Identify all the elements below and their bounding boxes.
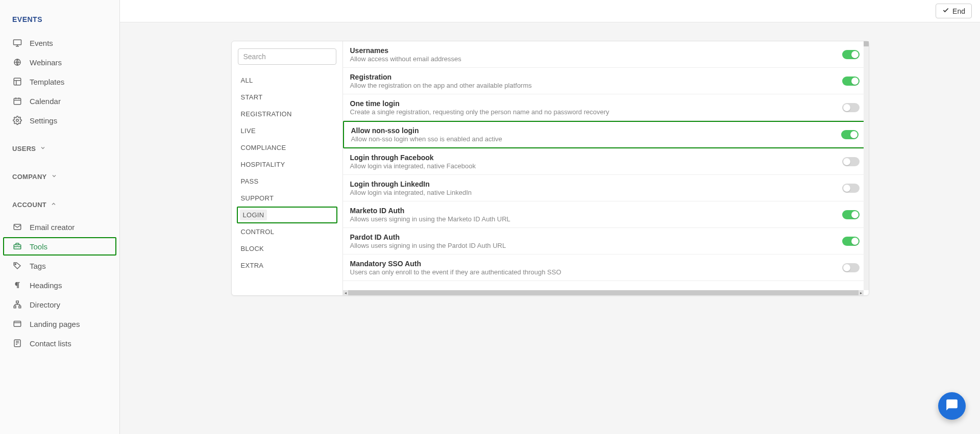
section-company[interactable]: COMPANY: [0, 168, 119, 186]
nav-item-label: Templates: [30, 78, 64, 86]
toggle-switch[interactable]: [842, 103, 860, 112]
setting-title: Pardot ID Auth: [350, 233, 832, 241]
category-live[interactable]: LIVE: [238, 122, 336, 139]
chat-bubble-button[interactable]: [938, 392, 966, 420]
nav-item-webinars[interactable]: Webinars: [0, 53, 119, 71]
nav-item-label: Webinars: [30, 58, 62, 67]
category-start[interactable]: START: [238, 89, 336, 106]
toggle-switch[interactable]: [842, 184, 860, 193]
settings-list: UsernamesAllow access without email addr…: [343, 41, 869, 281]
setting-title: Marketo ID Auth: [350, 207, 832, 215]
nav-item-label: Directory: [30, 300, 60, 309]
setting-title: Login through LinkedIn: [350, 180, 832, 188]
filter-column: ALLSTARTREGISTRATIONLIVECOMPLIANCEHOSPIT…: [232, 41, 343, 295]
category-hospitality[interactable]: HOSPITALITY: [238, 156, 336, 173]
toggle-switch[interactable]: [841, 130, 859, 139]
tag-icon: [12, 261, 22, 271]
toggle-switch[interactable]: [842, 50, 860, 59]
nav-item-tags[interactable]: Tags: [0, 257, 119, 275]
setting-text: Login through LinkedInAllow login via in…: [350, 180, 832, 196]
nav-item-label: Events: [30, 39, 53, 47]
end-button[interactable]: End: [936, 4, 972, 18]
nav-item-contact-lists[interactable]: Contact lists: [0, 334, 119, 352]
setting-text: Login through FacebookAllow login via in…: [350, 154, 832, 170]
setting-desc: Allows users signing in using the Market…: [350, 215, 832, 223]
nav-item-landing-pages[interactable]: Landing pages: [0, 315, 119, 333]
settings-panel: ALLSTARTREGISTRATIONLIVECOMPLIANCEHOSPIT…: [231, 41, 869, 296]
category-registration[interactable]: REGISTRATION: [238, 106, 336, 122]
nav-item-label: Calendar: [30, 97, 61, 106]
monitor-icon: [12, 38, 22, 48]
nav-item-calendar[interactable]: Calendar: [0, 92, 119, 110]
category-compliance[interactable]: COMPLIANCE: [238, 139, 336, 156]
category-login[interactable]: LOGIN: [237, 207, 337, 223]
setting-row-login-through-linkedin: Login through LinkedInAllow login via in…: [343, 175, 869, 201]
toggle-switch[interactable]: [842, 237, 860, 246]
section-company-label: COMPANY: [12, 173, 47, 181]
setting-row-marketo-id-auth: Marketo ID AuthAllows users signing in u…: [343, 201, 869, 228]
category-extra[interactable]: EXTRA: [238, 257, 336, 274]
main-area: End ALLSTARTREGISTRATIONLIVECOMPLIANCEHO…: [120, 0, 980, 434]
toggle-switch[interactable]: [842, 76, 860, 86]
svg-rect-16: [19, 306, 21, 308]
section-users[interactable]: USERS: [0, 140, 119, 158]
calendar-icon: [12, 96, 22, 106]
section-account-label: ACCOUNT: [12, 201, 46, 209]
nav-item-templates[interactable]: Templates: [0, 72, 119, 91]
svg-rect-21: [14, 321, 21, 327]
category-control[interactable]: CONTROL: [238, 223, 336, 240]
nav-item-email-creator[interactable]: Email creator: [0, 218, 119, 236]
nav-item-label: Tools: [30, 242, 47, 251]
nav-item-label: Contact lists: [30, 339, 71, 348]
setting-desc: Allow login via integrated, native Linke…: [350, 189, 832, 196]
setting-title: One time login: [350, 99, 832, 108]
toggle-switch[interactable]: [842, 263, 860, 272]
mail-icon: [12, 222, 22, 232]
horizontal-scrollbar[interactable]: ◂ ▸: [343, 290, 864, 295]
category-block[interactable]: BLOCK: [238, 240, 336, 257]
setting-desc: Allow access without email addresses: [350, 55, 832, 63]
setting-row-one-time-login: One time loginCreate a single registrati…: [343, 94, 869, 121]
window-icon: [12, 319, 22, 329]
setting-title: Mandatory SSO Auth: [350, 260, 832, 268]
setting-row-usernames: UsernamesAllow access without email addr…: [343, 41, 869, 68]
chevron-up-icon: [51, 201, 57, 209]
setting-title: Registration: [350, 73, 832, 81]
category-support[interactable]: SUPPORT: [238, 190, 336, 207]
toggle-switch[interactable]: [842, 210, 860, 219]
toggle-switch[interactable]: [842, 157, 860, 166]
nav-item-settings[interactable]: Settings: [0, 111, 119, 130]
nav-item-label: Landing pages: [30, 320, 80, 328]
gear-icon: [12, 115, 22, 125]
category-all[interactable]: ALL: [238, 72, 336, 89]
nav-item-headings[interactable]: Headings: [0, 276, 119, 294]
setting-text: RegistrationAllow the registration on th…: [350, 73, 832, 89]
setting-text: Mandatory SSO AuthUsers can only enroll …: [350, 260, 832, 276]
top-bar: End: [120, 0, 980, 22]
chevron-down-icon: [51, 173, 57, 181]
setting-text: Allow non-sso loginAllow non-sso login w…: [351, 126, 831, 143]
category-label: LOGIN: [240, 210, 267, 220]
setting-text: Marketo ID AuthAllows users signing in u…: [350, 207, 832, 223]
setting-desc: Create a single registration, requesting…: [350, 108, 832, 116]
nav-item-label: Settings: [30, 116, 57, 125]
setting-desc: Allow login via integrated, native Faceb…: [350, 162, 832, 170]
setting-row-login-through-facebook: Login through FacebookAllow login via in…: [343, 148, 869, 175]
check-icon: [942, 7, 949, 15]
section-account[interactable]: ACCOUNT: [0, 196, 119, 214]
category-pass[interactable]: PASS: [238, 173, 336, 190]
svg-point-11: [16, 119, 19, 122]
phone-icon: [12, 338, 22, 348]
setting-title: Login through Facebook: [350, 154, 832, 162]
svg-rect-7: [14, 98, 21, 105]
setting-row-pardot-id-auth: Pardot ID AuthAllows users signing in us…: [343, 228, 869, 254]
setting-title: Usernames: [350, 46, 832, 55]
setting-row-allow-non-sso-login: Allow non-sso loginAllow non-sso login w…: [343, 121, 869, 148]
template-icon: [12, 76, 22, 87]
nav-item-events[interactable]: Events: [0, 34, 119, 52]
vertical-scrollbar[interactable]: [864, 41, 869, 290]
search-input[interactable]: [238, 48, 336, 65]
nav-item-directory[interactable]: Directory: [0, 295, 119, 314]
nav-item-tools[interactable]: Tools: [3, 237, 116, 256]
setting-text: Pardot ID AuthAllows users signing in us…: [350, 233, 832, 249]
